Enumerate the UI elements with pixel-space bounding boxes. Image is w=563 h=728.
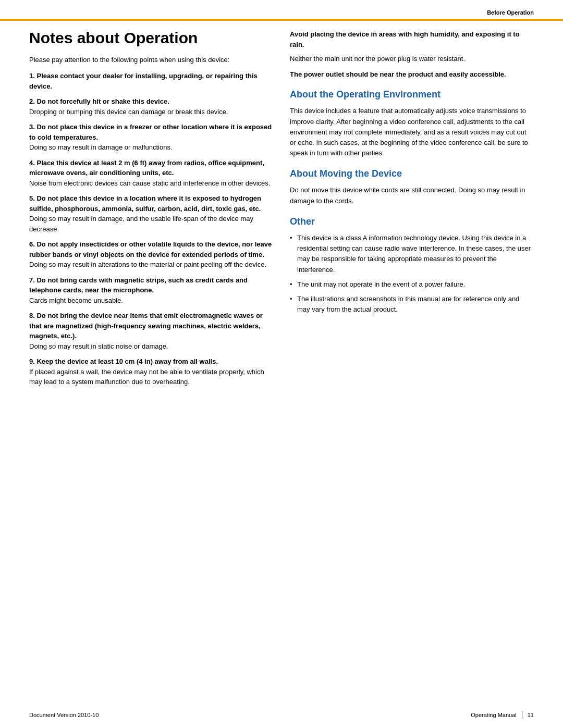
item-7-body: Cards might become unusable. — [29, 295, 273, 306]
list-item: 2. Do not forcefully hit or shake this d… — [29, 96, 273, 117]
item-10: Avoid placing the device in areas with h… — [290, 29, 534, 50]
item-4-bold: Place this device at least 2 m (6 ft) aw… — [29, 159, 264, 177]
numbered-list: 1. Please contact your dealer for instal… — [29, 71, 273, 387]
list-item: 5. Do not place this device in a locatio… — [29, 193, 273, 234]
item-4-body: Noise from electronic devices can cause … — [29, 178, 273, 189]
top-rule — [0, 19, 563, 21]
item-6-bold: Do not apply insecticides or other volat… — [29, 240, 272, 258]
section1-heading: About the Operating Environment — [290, 89, 534, 101]
item-11: The power outlet should be near the prod… — [290, 69, 534, 80]
page-header: Before Operation — [487, 9, 534, 16]
bullet-item-1: This device is a class A information tec… — [290, 233, 534, 275]
item-5-bold: Do not place this device in a location w… — [29, 194, 261, 213]
two-column-layout: Notes about Operation Please pay attenti… — [29, 29, 534, 392]
item-11-bold: The power outlet should be near the prod… — [290, 70, 506, 78]
item-8-bold: Do not bring the device near items that … — [29, 312, 263, 340]
item-3-bold: Do not place this device in a freezer or… — [29, 123, 272, 141]
left-column: Notes about Operation Please pay attenti… — [29, 29, 273, 392]
other-bullet-list: This device is a class A information tec… — [290, 233, 534, 315]
item-1-bold: Please contact your dealer for installin… — [29, 72, 258, 90]
footer-divider — [522, 711, 522, 719]
footer-manual-label: Operating Manual — [471, 712, 516, 718]
item-9-bold: Keep the device at least 10 cm (4 in) aw… — [36, 357, 218, 365]
footer-page-number: 11 — [528, 712, 534, 718]
right-column: Avoid placing the device in areas with h… — [290, 29, 534, 392]
section2-text: Do not move this device while cords are … — [290, 185, 534, 206]
list-item: 8. Do not bring the device near items th… — [29, 311, 273, 351]
section3-heading: Other — [290, 216, 534, 228]
footer-right: Operating Manual 11 — [471, 711, 534, 719]
footer-left: Document Version 2010-10 — [29, 712, 99, 718]
list-item: 4. Place this device at least 2 m (6 ft)… — [29, 158, 273, 189]
list-item: 6. Do not apply insecticides or other vo… — [29, 239, 273, 270]
item-10-body: Neither the main unit nor the power plug… — [290, 54, 534, 64]
bullet-item-3: The illustrations and screenshots in thi… — [290, 294, 534, 315]
page-container: Before Operation Notes about Operation P… — [0, 0, 563, 728]
item-3-body: Doing so may result in damage or malfunc… — [29, 142, 273, 153]
intro-text: Please pay attention to the following po… — [29, 55, 273, 65]
item-10-bold: Avoid placing the device in areas with h… — [290, 30, 520, 48]
item-9-body: If placed against a wall, the device may… — [29, 367, 273, 387]
section2-heading: About Moving the Device — [290, 168, 534, 180]
item-7-bold: Do not bring cards with magnetic strips,… — [29, 276, 248, 294]
item-2-bold: Do not forcefully hit or shake this devi… — [36, 97, 169, 105]
list-item: 9. Keep the device at least 10 cm (4 in)… — [29, 356, 273, 387]
list-item: 7. Do not bring cards with magnetic stri… — [29, 275, 273, 306]
list-item: 1. Please contact your dealer for instal… — [29, 71, 273, 91]
item-8-body: Doing so may result in static noise or d… — [29, 341, 273, 352]
section1-text: This device includes a feature that auto… — [290, 106, 534, 158]
list-item: 3. Do not place this device in a freezer… — [29, 122, 273, 153]
page-title: Notes about Operation — [29, 29, 273, 47]
content-area: Notes about Operation Please pay attenti… — [29, 29, 534, 697]
header-section-label: Before Operation — [487, 9, 534, 16]
item-6-body: Doing so may result in alterations to th… — [29, 260, 273, 270]
bullet-item-2: The unit may not operate in the event of… — [290, 279, 534, 290]
item-2-body: Dropping or bumping this device can dama… — [29, 107, 273, 117]
item-5-body: Doing so may result in damage, and the u… — [29, 214, 273, 234]
page-footer: Document Version 2010-10 Operating Manua… — [29, 711, 534, 719]
